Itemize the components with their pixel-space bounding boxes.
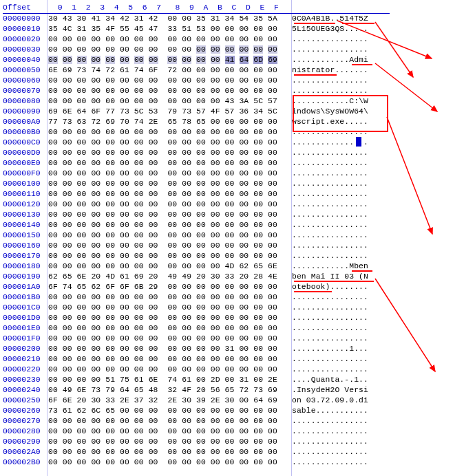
hex-viewer[interactable]: Offset 000000000000001000000020000000300… — [0, 0, 475, 468]
hex-cell[interactable]: 00 00 00 00 00 00 00 00 00 00 00 00 00 0… — [48, 127, 292, 138]
ascii-cell[interactable]: ................ — [292, 426, 390, 437]
hex-cell[interactable]: 00 00 00 00 00 00 00 00 00 00 00 00 00 0… — [48, 292, 292, 303]
hex-cell[interactable]: 77 73 63 72 69 70 74 2E 65 78 65 00 00 0… — [48, 117, 292, 127]
ascii-cell[interactable]: ................ — [292, 179, 390, 189]
hex-cell[interactable]: 00 00 00 00 00 00 00 00 00 00 00 00 00 0… — [48, 199, 292, 210]
ascii-cell[interactable]: ................ — [292, 45, 390, 55]
hex-cell[interactable]: 00 00 00 00 00 00 00 00 00 00 00 00 00 0… — [48, 220, 292, 230]
hex-cell[interactable]: 6F 74 65 62 6F 6F 6B 29 00 00 00 00 00 0… — [48, 282, 292, 292]
offset-cell: 00000140 — [3, 220, 48, 230]
ascii-cell[interactable]: ................ — [292, 313, 390, 323]
ascii-cell[interactable]: 5L15OUEG3QS..... — [292, 24, 390, 34]
ascii-cell[interactable]: ............1... — [292, 344, 390, 354]
ascii-cell[interactable]: ................ — [292, 220, 390, 230]
ascii-cell[interactable]: ............Mben — [292, 261, 390, 272]
offset-cell: 000000C0 — [3, 138, 48, 148]
offset-cell: 000000A0 — [3, 117, 48, 127]
underline-model1 — [352, 261, 372, 272]
cursor-block — [356, 137, 361, 147]
hex-cell[interactable]: 00 00 00 00 00 00 00 00 00 00 00 00 00 0… — [48, 76, 292, 86]
ascii-cell[interactable]: ................ — [292, 169, 390, 179]
ascii-cell[interactable]: ................ — [292, 303, 390, 313]
ascii-cell[interactable]: ................ — [292, 189, 390, 199]
hex-cell[interactable]: 00 00 00 00 00 00 00 00 00 00 00 00 00 0… — [48, 437, 292, 447]
ascii-cell[interactable]: ....Quanta.-.1.. — [292, 375, 390, 385]
underline-user-nistrator — [294, 65, 337, 76]
hex-cell[interactable]: 00 00 00 00 00 00 00 00 00 00 00 00 00 0… — [48, 313, 292, 323]
offset-cell: 000001D0 — [3, 313, 48, 323]
ascii-header — [292, 3, 390, 14]
hex-cell[interactable]: 69 6E 64 6F 77 73 5C 53 79 73 57 4F 57 3… — [48, 107, 292, 117]
hex-cell[interactable]: 00 00 00 00 00 00 00 00 00 00 00 00 00 0… — [48, 45, 292, 55]
ascii-cell[interactable]: ................ — [292, 138, 390, 148]
hex-cell[interactable]: 00 00 00 00 00 00 00 00 00 00 00 00 00 0… — [48, 303, 292, 313]
offset-cell: 00000010 — [3, 24, 48, 34]
hex-cell[interactable]: 00 00 00 00 00 00 00 00 00 00 00 00 00 0… — [48, 86, 292, 96]
hex-cell[interactable]: 30 43 30 41 34 42 31 42 00 00 35 31 34 5… — [48, 14, 292, 24]
hex-cell[interactable]: 00 00 00 00 00 00 00 00 00 00 00 00 00 0… — [48, 169, 292, 179]
hex-cell[interactable]: 00 00 00 00 00 00 00 00 00 00 00 00 31 0… — [48, 344, 292, 354]
ascii-cell[interactable]: ................ — [292, 292, 390, 303]
ascii-cell[interactable]: on 03.72.09.0.di — [292, 396, 390, 406]
ascii-cell[interactable]: ................ — [292, 158, 390, 169]
hex-cell[interactable]: 6E 69 73 74 72 61 74 6F 72 00 00 00 00 0… — [48, 65, 292, 76]
hex-cell[interactable]: 00 00 00 00 00 00 00 00 00 00 00 00 00 0… — [48, 447, 292, 457]
ascii-cell[interactable]: ................ — [292, 447, 390, 457]
hex-cell[interactable]: 35 4C 31 35 4F 55 45 47 33 51 53 00 00 0… — [48, 24, 292, 34]
hex-cell[interactable]: 00 00 00 00 00 00 00 00 00 00 00 00 00 0… — [48, 416, 292, 426]
offset-cell: 000001B0 — [3, 292, 48, 303]
hex-column: 0 1 2 3 4 5 6 7 8 9 A B C D E F 30 43 30… — [48, 3, 292, 468]
underline-user-admin — [352, 55, 372, 65]
hex-cell[interactable]: 6F 6E 20 30 33 2E 37 32 2E 30 39 2E 30 0… — [48, 396, 292, 406]
hex-cell[interactable]: 00 00 00 00 00 00 00 00 00 00 00 00 00 0… — [48, 457, 292, 468]
ascii-cell[interactable]: ................ — [292, 230, 390, 241]
hex-cell[interactable]: 00 00 00 00 00 00 00 00 00 00 00 00 00 0… — [48, 334, 292, 344]
hex-cell[interactable]: 00 00 00 00 00 00 00 00 00 00 00 00 00 0… — [48, 251, 292, 261]
offset-cell: 00000230 — [3, 375, 48, 385]
hex-cell[interactable]: 00 00 00 00 51 75 61 6E 74 61 00 2D 00 3… — [48, 375, 292, 385]
hex-cell[interactable]: 00 00 00 00 00 00 00 00 00 00 00 00 00 0… — [48, 148, 292, 158]
ascii-cell[interactable]: ................ — [292, 251, 390, 261]
offset-cell: 000002B0 — [3, 457, 48, 468]
ascii-cell[interactable]: ................ — [292, 416, 390, 426]
ascii-cell[interactable]: ................ — [292, 457, 390, 468]
hex-cell[interactable]: 00 00 00 00 00 00 00 00 00 00 00 00 41 6… — [48, 55, 292, 65]
ascii-cell[interactable]: ................ — [292, 148, 390, 158]
hex-cell[interactable]: 00 00 00 00 00 00 00 00 00 00 00 00 43 3… — [48, 96, 292, 107]
hex-cell[interactable]: 00 49 6E 73 79 64 65 48 32 4F 20 56 65 7… — [48, 385, 292, 396]
hex-cell[interactable]: 00 00 00 00 00 00 00 00 00 00 00 00 00 0… — [48, 365, 292, 375]
ascii-cell[interactable]: ................ — [292, 354, 390, 365]
offset-cell: 00000270 — [3, 416, 48, 426]
hex-cell[interactable]: 00 00 00 00 00 00 00 00 00 00 00 00 00 0… — [48, 189, 292, 199]
hex-cell[interactable]: 00 00 00 00 00 00 00 00 00 00 00 00 4D 6… — [48, 261, 292, 272]
ascii-cell[interactable]: ................ — [292, 76, 390, 86]
hex-cell[interactable]: 00 00 00 00 00 00 00 00 00 00 00 00 00 0… — [48, 323, 292, 334]
hex-cell[interactable]: 00 00 00 00 00 00 00 00 00 00 00 00 00 0… — [48, 138, 292, 148]
ascii-cell[interactable]: ................ — [292, 323, 390, 334]
highlight-path-box — [293, 95, 388, 132]
hex-cell[interactable]: 00 00 00 00 00 00 00 00 00 00 00 00 00 0… — [48, 158, 292, 169]
hex-cell[interactable]: 73 61 62 6C 65 00 00 00 00 00 00 00 00 0… — [48, 406, 292, 416]
hex-cell[interactable]: 00 00 00 00 00 00 00 00 00 00 00 00 00 0… — [48, 179, 292, 189]
ascii-cell[interactable]: ................ — [292, 241, 390, 251]
offset-cell: 00000000 — [3, 14, 48, 24]
ascii-cell[interactable]: ................ — [292, 34, 390, 45]
ascii-cell[interactable]: ................ — [292, 334, 390, 344]
hex-cell[interactable]: 00 00 00 00 00 00 00 00 00 00 00 00 00 0… — [48, 230, 292, 241]
hex-cell[interactable]: 00 00 00 00 00 00 00 00 00 00 00 00 00 0… — [48, 241, 292, 251]
ascii-cell[interactable]: ................ — [292, 199, 390, 210]
hex-cell[interactable]: 62 65 6E 20 4D 61 69 20 49 49 20 30 33 2… — [48, 272, 292, 282]
hex-cell[interactable]: 00 00 00 00 00 00 00 00 00 00 00 00 00 0… — [48, 426, 292, 437]
offset-cell: 00000200 — [3, 344, 48, 354]
underline-model2 — [294, 272, 374, 282]
hex-cell[interactable]: 00 00 00 00 00 00 00 00 00 00 00 00 00 0… — [48, 210, 292, 220]
ascii-cell[interactable]: sable........... — [292, 406, 390, 416]
ascii-cell[interactable]: ................ — [292, 437, 390, 447]
hex-cell[interactable]: 00 00 00 00 00 00 00 00 00 00 00 00 00 0… — [48, 354, 292, 365]
ascii-cell[interactable]: ................ — [292, 210, 390, 220]
ascii-cell[interactable]: ................ — [292, 365, 390, 375]
ascii-cell[interactable]: .InsydeH2O Versi — [292, 385, 390, 396]
ascii-cell[interactable]: ............Admi — [292, 55, 390, 65]
hex-cell[interactable]: 00 00 00 00 00 00 00 00 00 00 00 00 00 0… — [48, 34, 292, 45]
offset-cell: 00000090 — [3, 107, 48, 117]
